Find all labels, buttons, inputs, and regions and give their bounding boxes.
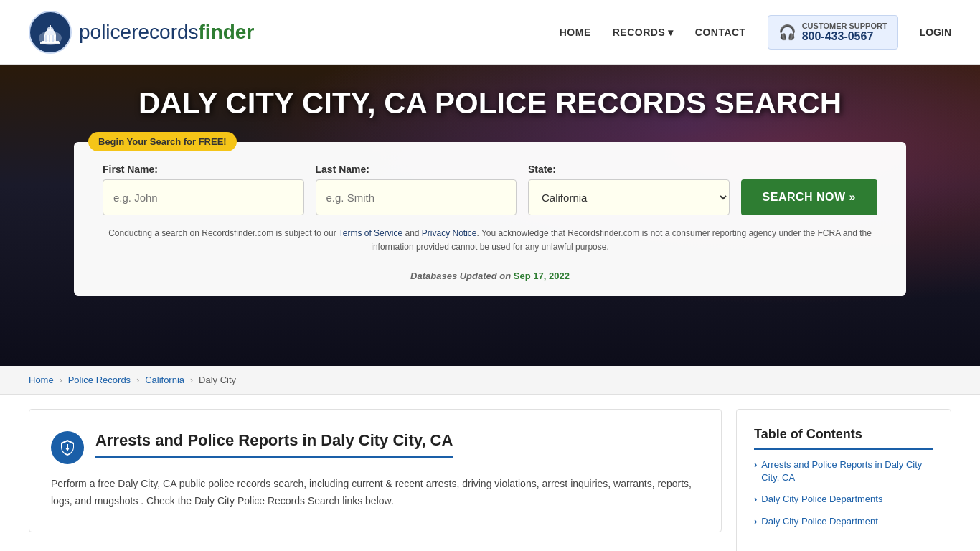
logo-text: policerecordsfinder <box>79 21 254 44</box>
badge-icon <box>51 431 84 464</box>
logo-icon <box>29 11 72 54</box>
privacy-link[interactable]: Privacy Notice <box>422 228 477 238</box>
first-name-input[interactable] <box>103 179 304 215</box>
svg-rect-11 <box>52 35 54 42</box>
last-name-group: Last Name: <box>316 164 517 215</box>
toc-arrow: › <box>754 516 757 527</box>
article-title: Arrests and Police Reports in Daly City … <box>95 431 453 458</box>
toc-list: › Arrests and Police Reports in Daly Cit… <box>754 458 933 528</box>
svg-rect-10 <box>49 35 50 42</box>
toc-link[interactable]: Arrests and Police Reports in Daly City … <box>761 458 933 484</box>
breadcrumb: Home › Police Records › California › Dal… <box>29 375 951 385</box>
nav-records[interactable]: RECORDS ▾ <box>613 27 674 38</box>
support-label: CUSTOMER SUPPORT <box>802 22 887 30</box>
breadcrumb-police-records[interactable]: Police Records <box>68 375 131 385</box>
svg-rect-4 <box>40 42 60 44</box>
support-text: CUSTOMER SUPPORT 800-433-0567 <box>802 22 887 43</box>
svg-rect-7 <box>50 25 51 29</box>
logo: policerecordsfinder <box>29 11 254 54</box>
toc-item: › Arrests and Police Reports in Daly Cit… <box>754 458 933 484</box>
toc-arrow: › <box>754 459 757 470</box>
state-group: State: AlabamaAlaskaArizonaArkansasCalif… <box>528 164 730 215</box>
title-text: Arrests and Police Reports in Daly City … <box>95 431 453 458</box>
disclaimer-text: Conducting a search on Recordsfinder.com… <box>103 227 877 254</box>
first-name-group: First Name: <box>103 164 304 215</box>
svg-rect-9 <box>45 35 47 42</box>
toc-title: Table of Contents <box>754 427 933 450</box>
article: Arrests and Police Reports in Daly City … <box>29 409 722 532</box>
hero-title: DALY CITY CITY, CA POLICE RECORDS SEARCH <box>138 86 842 121</box>
db-updated-label: Databases Updated on <box>410 270 514 281</box>
breadcrumb-home[interactable]: Home <box>29 375 54 385</box>
headset-icon: 🎧 <box>778 24 796 41</box>
first-name-label: First Name: <box>103 164 304 175</box>
terms-link[interactable]: Terms of Service <box>339 228 402 238</box>
search-button[interactable]: SEARCH NOW » <box>741 179 877 215</box>
breadcrumb-bar: Home › Police Records › California › Dal… <box>0 366 980 395</box>
site-header: policerecordsfinder HOME RECORDS ▾ CONTA… <box>0 0 980 65</box>
db-updated-date: Sep 17, 2022 <box>514 270 570 281</box>
state-label: State: <box>528 164 730 175</box>
last-name-label: Last Name: <box>316 164 517 175</box>
toc-link[interactable]: Daly City Police Departments <box>761 493 882 506</box>
article-body: Perform a free Daly City, CA public poli… <box>51 476 699 510</box>
breadcrumb-sep-1: › <box>60 375 62 385</box>
nav-contact[interactable]: CONTACT <box>695 27 746 38</box>
nav-home[interactable]: HOME <box>560 27 591 38</box>
chevron-down-icon: ▾ <box>668 27 674 38</box>
support-number: 800-433-0567 <box>802 30 887 43</box>
last-name-input[interactable] <box>316 179 517 215</box>
svg-rect-8 <box>47 29 53 31</box>
toc-arrow: › <box>754 494 757 504</box>
breadcrumb-sep-2: › <box>136 375 139 385</box>
search-badge: Begin Your Search for FREE! <box>88 132 237 151</box>
toc-link[interactable]: Daly City Police Department <box>761 515 878 528</box>
main-content: Arrests and Police Reports in Daly City … <box>0 395 980 551</box>
hero-section: DALY CITY CITY, CA POLICE RECORDS SEARCH… <box>0 65 980 366</box>
toc-sidebar: Table of Contents › Arrests and Police R… <box>736 409 951 551</box>
state-select[interactable]: AlabamaAlaskaArizonaArkansasCaliforniaCo… <box>528 179 730 215</box>
nav-login[interactable]: LOGIN <box>920 27 951 38</box>
db-updated: Databases Updated on Sep 17, 2022 <box>103 263 877 281</box>
breadcrumb-current: Daly City <box>199 375 236 385</box>
search-container: Begin Your Search for FREE! First Name: … <box>74 142 906 296</box>
breadcrumb-california[interactable]: California <box>145 375 184 385</box>
toc-item: › Daly City Police Departments <box>754 493 933 506</box>
toc-item: › Daly City Police Department <box>754 515 933 528</box>
main-nav: HOME RECORDS ▾ CONTACT 🎧 CUSTOMER SUPPOR… <box>560 15 951 50</box>
title-row: Arrests and Police Reports in Daly City … <box>51 431 699 464</box>
customer-support-box: 🎧 CUSTOMER SUPPORT 800-433-0567 <box>768 15 898 50</box>
police-badge-svg <box>59 439 76 456</box>
search-form: First Name: Last Name: State: AlabamaAla… <box>103 164 877 215</box>
breadcrumb-sep-3: › <box>190 375 193 385</box>
